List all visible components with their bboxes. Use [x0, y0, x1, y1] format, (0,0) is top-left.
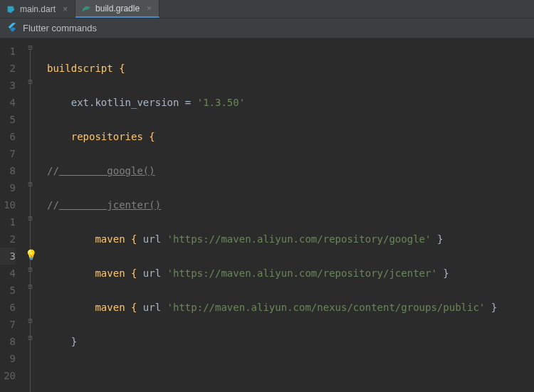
code-text: 'http://maven.aliyun.com/nexus/content/g…	[167, 302, 486, 313]
code-text: url	[143, 302, 167, 313]
tab-main-dart[interactable]: main.dart ×	[0, 0, 75, 18]
line-number: 1	[0, 213, 16, 231]
code-text: '1.3.50'	[197, 97, 245, 108]
line-number: 3	[0, 248, 16, 265]
line-number: 7	[0, 145, 16, 162]
tab-label: main.dart	[20, 4, 56, 14]
line-number: 10	[0, 196, 16, 213]
code-text: 'https://maven.aliyun.com/repository/jce…	[167, 267, 437, 279]
code-text: jcenter()	[59, 199, 161, 211]
line-number: 8	[0, 333, 16, 350]
fold-close-icon[interactable]: ⊟	[26, 283, 34, 291]
line-gutter: 1234567891012345678920	[0, 38, 21, 392]
flutter-icon	[7, 22, 17, 34]
flutter-commands-banner[interactable]: Flutter commands	[0, 18, 534, 38]
dart-icon	[6, 4, 16, 14]
fold-gutter: ⊟ ⊟ ⊟ ⊟ 💡 ⊟ ⊟ ⊟ ⊟	[21, 38, 40, 392]
line-number: 6	[0, 128, 16, 145]
code-text: buildscript {	[47, 63, 125, 74]
line-number: 9	[0, 179, 16, 196]
gradle-icon	[81, 4, 91, 14]
banner-text: Flutter commands	[23, 23, 97, 33]
line-number: 20	[0, 367, 16, 384]
code-text: //	[47, 199, 59, 211]
line-number: 2	[0, 231, 16, 248]
line-number: 4	[0, 265, 16, 282]
code-text: url	[143, 267, 167, 279]
code-text: repositories {	[47, 131, 155, 142]
code-text: //	[47, 165, 59, 176]
fold-open-icon[interactable]: ⊟	[26, 334, 34, 342]
line-number: 8	[0, 162, 16, 179]
fold-open-icon[interactable]: ⊟	[26, 317, 34, 325]
line-number: 7	[0, 316, 16, 333]
fold-open-icon[interactable]: ⊟	[26, 215, 34, 223]
line-number: 2	[0, 60, 16, 77]
close-icon[interactable]: ×	[63, 4, 68, 14]
fold-open-icon[interactable]: ⊟	[26, 78, 34, 86]
line-number: 5	[0, 111, 16, 128]
code-text: maven {	[47, 302, 143, 313]
fold-open-icon[interactable]: ⊟	[26, 44, 34, 52]
editor-tabs: main.dart × build.gradle ×	[0, 0, 534, 18]
code-text: maven {	[47, 233, 143, 245]
close-icon[interactable]: ×	[147, 4, 152, 14]
code-area[interactable]: buildscript { ext.kotlin_version = '1.3.…	[40, 38, 534, 392]
code-text: maven {	[47, 267, 143, 279]
line-number: 6	[0, 299, 16, 316]
code-text: ext.kotlin_version =	[47, 97, 197, 108]
line-number: 1	[0, 43, 16, 60]
tab-build-gradle[interactable]: build.gradle ×	[75, 0, 159, 18]
line-number: 9	[0, 350, 16, 367]
code-text: google()	[59, 165, 155, 176]
intention-bulb-icon[interactable]: 💡	[25, 246, 37, 263]
code-text: url	[143, 233, 167, 245]
fold-close-icon[interactable]: ⊟	[26, 266, 34, 274]
code-text: 'https://maven.aliyun.com/repository/goo…	[167, 233, 431, 245]
svg-marker-0	[8, 6, 15, 13]
code-text: }	[47, 336, 77, 347]
line-number: 3	[0, 77, 16, 94]
line-number: 5	[0, 282, 16, 299]
tab-label: build.gradle	[95, 4, 140, 14]
code-text: }	[431, 233, 443, 245]
code-editor[interactable]: 1234567891012345678920 ⊟ ⊟ ⊟ ⊟ 💡 ⊟ ⊟ ⊟ ⊟…	[0, 38, 534, 392]
code-text: }	[485, 302, 497, 313]
fold-close-icon[interactable]: ⊟	[26, 181, 34, 189]
line-number: 4	[0, 94, 16, 111]
code-text: }	[437, 267, 449, 279]
